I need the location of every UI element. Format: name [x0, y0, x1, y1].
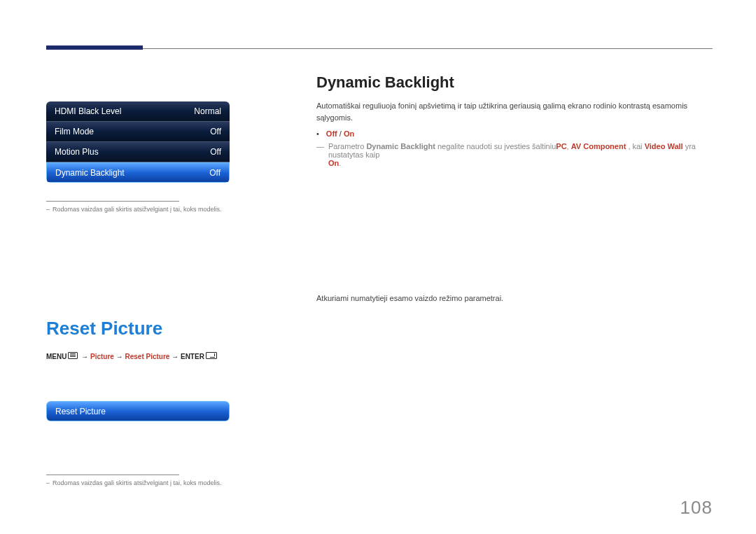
dynamic-backlight-description: Automatiškai reguliuoja foninį apšvietim… [316, 100, 713, 124]
note-end: . [339, 159, 341, 167]
note-pre: Parametro [328, 142, 366, 150]
menu-label: Reset Picture [55, 402, 106, 421]
left-column: HDMI Black Level Normal Film Mode Off Mo… [46, 73, 284, 486]
option-on: On [344, 129, 354, 138]
path-arrow: → [114, 353, 125, 360]
menu-row-reset-picture[interactable]: Reset Picture [46, 401, 230, 421]
option-off: Off [326, 129, 337, 138]
footnote-1: –Rodomas vaizdas gali skirtis atsižvelgi… [46, 206, 284, 213]
footnote-rule-1 [46, 201, 179, 202]
menu-label: Film Mode [55, 122, 94, 141]
footnote-dash: – [46, 206, 50, 213]
options-text: Off / On [326, 129, 354, 138]
note-val: On [328, 159, 339, 167]
footnote-rule-2 [46, 475, 179, 475]
menu-value: Off [210, 122, 221, 141]
dynamic-backlight-options: • Off / On [316, 129, 713, 138]
footnote-text: Rodomas vaizdas gali skirtis atsižvelgia… [52, 206, 222, 213]
note-dash: ― [316, 142, 324, 167]
option-sep: / [337, 129, 344, 138]
note-src-av: AV Component [571, 142, 626, 150]
note-src-pc: PC [556, 142, 566, 150]
menu-path: MENU → Picture → Reset Picture → ENTER [46, 352, 284, 360]
enter-icon [206, 352, 217, 359]
path-arrow: → [79, 353, 90, 360]
settings-menu: HDMI Black Level Normal Film Mode Off Mo… [46, 101, 230, 183]
bullet-dot: • [316, 129, 319, 138]
footnote-text: Rodomas vaizdas gali skirtis atsižvelgia… [52, 479, 222, 486]
header-accent-bar [46, 45, 143, 50]
menu-label: Dynamic Backlight [55, 163, 125, 182]
menu-value: Off [209, 163, 220, 182]
path-picture: Picture [90, 353, 114, 360]
menu-row-dynamic-backlight[interactable]: Dynamic Backlight Off [46, 162, 230, 183]
menu-row-motion-plus[interactable]: Motion Plus Off [46, 142, 230, 162]
path-arrow: → [169, 353, 181, 360]
footnote-dash: – [46, 479, 50, 486]
note-mid1: negalite naudoti su įvesties šaltiniu [435, 142, 556, 150]
note-mid2: , kai [626, 142, 644, 150]
menu-icon [68, 352, 78, 359]
reset-picture-description: Atkuriami numatytieji esamo vaizdo režim… [316, 294, 713, 302]
page-number: 108 [680, 497, 713, 519]
menu-label: Motion Plus [55, 142, 99, 162]
reset-menu: Reset Picture [46, 401, 230, 421]
reset-picture-section: Reset Picture MENU → Picture → Reset Pic… [46, 318, 284, 486]
path-reset-picture: Reset Picture [125, 353, 169, 360]
menu-row-film-mode[interactable]: Film Mode Off [46, 122, 230, 142]
note-param: Dynamic Backlight [366, 142, 435, 150]
path-menu: MENU [46, 353, 66, 360]
menu-value: Off [210, 142, 221, 162]
dynamic-backlight-note: ― Parametro Dynamic Backlight negalite n… [316, 142, 713, 167]
note-src-videowall: Video Wall [645, 142, 683, 150]
menu-value: Normal [194, 101, 221, 121]
note-text: Parametro Dynamic Backlight negalite nau… [328, 142, 713, 167]
reset-picture-heading: Reset Picture [46, 318, 284, 339]
menu-row-hdmi-black-level[interactable]: HDMI Black Level Normal [46, 101, 230, 122]
dynamic-backlight-section: Dynamic Backlight Automatiškai reguliuoj… [316, 73, 713, 167]
header-rule [46, 48, 713, 49]
footnote-2: –Rodomas vaizdas gali skirtis atsižvelgi… [46, 479, 284, 486]
dynamic-backlight-heading: Dynamic Backlight [316, 73, 713, 92]
path-enter: ENTER [181, 353, 204, 360]
menu-label: HDMI Black Level [55, 101, 121, 121]
